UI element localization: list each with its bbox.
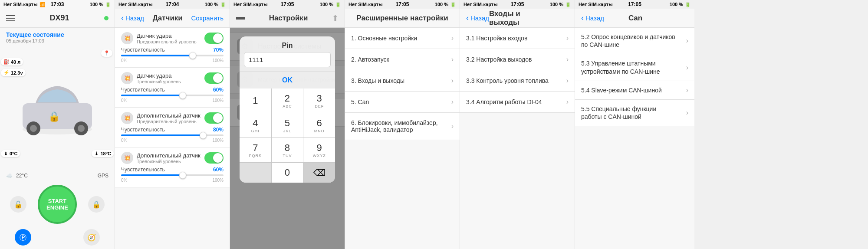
weather-info: ☁️ 22°C — [6, 173, 28, 179]
carrier-3: Нет SIM-карты — [233, 2, 268, 7]
time-2: 17:04 — [166, 1, 179, 7]
io-chevron-icon-2: › — [566, 77, 569, 85]
time-4: 17:05 — [396, 1, 409, 7]
nav-title-5: Входы и выходы — [489, 10, 548, 27]
car-svg: 🔒 — [14, 69, 101, 147]
battery-5: 100 % — [550, 2, 563, 7]
cloud-icon: ☁️ — [6, 173, 13, 179]
temp2-badge: 🌡 18°C — [92, 150, 114, 157]
nav-header-3: Настройки ⬆ — [230, 9, 345, 28]
slider-max-0: 100% — [212, 58, 224, 63]
slider-track-0[interactable] — [121, 55, 224, 56]
time-3: 17:05 — [281, 1, 294, 7]
chevron-left-icon-5: ‹ — [466, 13, 469, 23]
svg-point-5 — [78, 125, 85, 132]
sensor-toggle-3[interactable] — [204, 152, 224, 164]
compass-button[interactable]: 🧭 — [83, 229, 100, 246]
can-item-2[interactable]: 5.4 Slave-режим CAN-шиной › — [575, 81, 694, 100]
sensor-list: 💥 Датчик удара Предварительный уровень Ч… — [115, 28, 230, 249]
can-item-0[interactable]: 5.2 Опрос концевиков и датчиков по CAN-ш… — [575, 28, 694, 54]
hamburger-3[interactable] — [236, 17, 245, 20]
sensor-type-1: Тревожный уровень — [137, 79, 181, 84]
hamburger-menu[interactable] — [6, 15, 15, 21]
extended-item-0[interactable]: 1. Основные настройки › — [345, 28, 460, 49]
bluetooth-button[interactable]: Ⓟ — [15, 229, 31, 246]
nav-title-6: Can — [628, 14, 642, 23]
key-1[interactable]: 1 — [240, 88, 271, 113]
slider-track-1[interactable] — [121, 95, 224, 96]
battery-pct-1: 100 % — [90, 2, 103, 7]
key-6[interactable]: 6MNO — [303, 113, 335, 138]
sensor-toggle-1[interactable] — [204, 72, 224, 84]
key-0[interactable]: 0 — [272, 163, 303, 183]
key-empty — [240, 163, 271, 183]
nav-title-2: Датчики — [153, 14, 183, 23]
panel-can: Нет SIM-карты 17:05 100 % 🔋 ‹ Назад Can … — [575, 0, 694, 249]
can-item-text-3: 5.5 Специальные функции работы с CAN-шин… — [581, 105, 677, 121]
back-button-6[interactable]: ‹ Назад — [581, 13, 604, 23]
io-item-3[interactable]: 3.4 Алгоритм работы DI-04 › — [460, 92, 575, 113]
start-engine-button[interactable]: START ENGINE — [38, 185, 77, 224]
fuel-icon: ⛽ — [3, 59, 10, 65]
back-button-2[interactable]: ‹ Назад — [121, 13, 144, 23]
extended-item-4[interactable]: 6. Блокировки, иммобилайзер, AntiHiJack,… — [345, 113, 460, 140]
sensor-toggle-2[interactable] — [204, 112, 224, 124]
io-item-text-2: 3.3 Контроль уровня топлива — [466, 77, 549, 84]
io-item-1[interactable]: 3.2 Настройка выходов › — [460, 49, 575, 70]
extended-item-3[interactable]: 5. Can › — [345, 92, 460, 113]
key-7[interactable]: 7PQRS — [240, 138, 271, 162]
extended-item-2[interactable]: 3. Входы и выходы › — [345, 70, 460, 92]
slider-track-3[interactable] — [121, 174, 224, 176]
carrier-1: Нет SIM-карты — [3, 2, 38, 7]
sens-pct-1: 60% — [213, 87, 224, 93]
sensor-icon-1: 💥 — [121, 72, 133, 84]
sensor-toggle-0[interactable] — [204, 33, 224, 44]
key-4[interactable]: 4GHI — [240, 113, 271, 138]
car-display-area: 🔒 ⛽ 40 л ⚡ 12.3v 🌡 0°C 🌡 18°C 📍 — [0, 45, 115, 170]
key-delete[interactable]: ⌫ — [303, 163, 335, 183]
can-chevron-icon-0: › — [686, 37, 688, 45]
extended-item-1[interactable]: 2. Автозапуск › — [345, 49, 460, 70]
battery-icon-3: 🔋 — [335, 2, 341, 7]
save-button-2[interactable]: Сохранить — [191, 14, 224, 22]
can-item-1[interactable]: 5.3 Управление штатными устройствами по … — [575, 54, 694, 81]
slider-track-2[interactable] — [121, 134, 224, 136]
unlock-button[interactable]: 🔓 — [10, 196, 26, 213]
key-3[interactable]: 3DEF — [303, 88, 335, 113]
key-2[interactable]: 2ABC — [272, 88, 303, 113]
can-chevron-icon-2: › — [686, 86, 688, 94]
status-right-1: 100 % 🔋 — [90, 2, 111, 7]
io-item-0[interactable]: 3.1 Настройка входов › — [460, 28, 575, 49]
nav-title-4: Расширенные настройки — [356, 14, 448, 23]
can-item-3[interactable]: 5.5 Специальные функции работы с CAN-шин… — [575, 100, 694, 126]
io-item-text-1: 3.2 Настройка выходов — [466, 56, 532, 63]
temp1-value: 0°C — [10, 151, 17, 156]
key-8[interactable]: 8TUV — [272, 138, 303, 162]
carrier-5: Нет SIM-карты — [464, 2, 498, 7]
lock-button[interactable]: 🔒 — [88, 196, 105, 213]
pin-input-field[interactable] — [244, 52, 331, 67]
extended-item-text-2: 3. Входы и выходы — [351, 77, 404, 84]
temp2-value: 18°C — [100, 151, 111, 156]
status-bar-4: Нет SIM-карты 17:05 100 % 🔋 — [345, 0, 460, 9]
battery-icon-5: 🔋 — [565, 2, 571, 7]
status-bar-6: Нет SIM-карты 17:05 100 % 🔋 — [575, 0, 694, 9]
io-item-2[interactable]: 3.3 Контроль уровня топлива › — [460, 70, 575, 92]
key-5[interactable]: 5JKL — [272, 113, 303, 138]
map-btn[interactable]: 📍 — [101, 49, 112, 57]
slider-min-1: 0% — [121, 98, 127, 103]
sensor-name-0: Датчик удара — [137, 33, 197, 39]
status-right-2: 100 % 🔋 — [205, 2, 226, 7]
sens-label-0: Чувствительность — [121, 47, 165, 53]
sensor-name-2: Дополнительный датчик — [137, 112, 201, 119]
chevron-right-icon-4: › — [451, 122, 454, 130]
pin-ok-button[interactable]: OK — [240, 72, 335, 88]
time-6: 17:05 — [628, 1, 641, 7]
slider-max-3: 100% — [212, 178, 224, 183]
sens-pct-0: 70% — [213, 47, 224, 53]
key-9[interactable]: 9WXYZ — [303, 138, 335, 162]
share-icon[interactable]: ⬆ — [332, 13, 339, 23]
pin-dialog: Pin OK 12ABC3DEF4GHI5JKL6MNO7PQRS8TUV9WX… — [240, 36, 335, 183]
back-button-5[interactable]: ‹ Назад — [466, 13, 489, 23]
sensor-item-2: 💥 Дополнительный датчик Предварительный … — [115, 108, 230, 147]
